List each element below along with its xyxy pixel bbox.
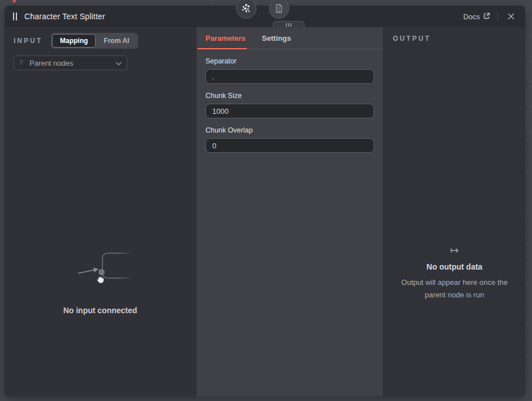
input-empty-state: No input connected — [5, 253, 196, 315]
field-label: Chunk Overlap — [205, 126, 374, 134]
node-title: Character Text Splitter — [24, 12, 105, 21]
dialog-header: Character Text Splitter Docs — [5, 6, 525, 27]
no-output-title: No output data — [384, 262, 525, 271]
dialog-body: INPUT Mapping From AI ? Parent nodes — [5, 27, 525, 396]
docs-link[interactable]: Docs — [463, 12, 490, 21]
chevron-down-icon — [115, 58, 122, 68]
drag-connection-illustration — [75, 253, 137, 301]
help-icon: ? — [19, 59, 27, 67]
field-chunk-overlap: Chunk Overlap — [205, 126, 374, 153]
header-divider — [497, 12, 498, 21]
parameters-panel: Parameters Settings Separator Chunk Size… — [196, 27, 384, 396]
drag-handle-icon[interactable] — [13, 12, 17, 20]
grab-hand-cursor-icon — [94, 274, 106, 288]
field-label: Chunk Size — [205, 92, 374, 100]
panel-resize-handle[interactable] — [273, 21, 304, 28]
docs-label: Docs — [463, 12, 480, 21]
tab-parameters[interactable]: Parameters — [205, 34, 246, 42]
field-separator: Separator — [205, 57, 374, 84]
active-tab-underline — [198, 48, 247, 49]
external-link-icon — [483, 12, 490, 21]
svg-text:10: 10 — [277, 10, 281, 12]
parent-nodes-select[interactable]: ? Parent nodes — [14, 56, 127, 70]
parent-nodes-select-value: Parent nodes — [29, 59, 115, 67]
bar-arrow-right-icon: ↦ — [384, 245, 525, 255]
field-chunk-size: Chunk Size — [205, 92, 374, 118]
node-detail-dialog: Character Text Splitter Docs INPUT — [5, 6, 525, 396]
toggle-mapping[interactable]: Mapping — [52, 34, 96, 48]
close-button[interactable] — [505, 11, 517, 22]
canvas-panel-fragment — [526, 86, 532, 108]
canvas-panel-fragment — [526, 112, 532, 133]
canvas-panel-fragment — [526, 35, 532, 57]
output-panel-label: OUTPUT — [393, 35, 431, 42]
binary-file-icon: 01 10 — [274, 3, 284, 14]
canvas-error-dot — [12, 0, 16, 3]
output-panel: OUTPUT ↦ No output data Output will appe… — [384, 27, 525, 396]
no-input-message: No input connected — [5, 306, 196, 315]
output-empty-state: ↦ No output data Output will appear here… — [384, 245, 525, 301]
input-panel: INPUT Mapping From AI ? Parent nodes — [5, 27, 196, 396]
chunk-size-input[interactable] — [205, 104, 374, 118]
separator-input[interactable] — [205, 69, 374, 84]
field-label: Separator — [205, 57, 374, 65]
no-output-message: Output will appear here once the parent … — [392, 276, 517, 301]
input-mode-toggle: Mapping From AI — [51, 33, 138, 49]
toggle-from-ai[interactable]: From AI — [96, 34, 137, 48]
parameters-tab-bar: Parameters Settings — [196, 27, 383, 49]
canvas-panel-fragment — [526, 61, 532, 82]
input-panel-label: INPUT — [14, 37, 42, 45]
splatter-icon — [241, 3, 252, 14]
tab-settings[interactable]: Settings — [262, 34, 291, 42]
chunk-overlap-input[interactable] — [205, 138, 374, 153]
